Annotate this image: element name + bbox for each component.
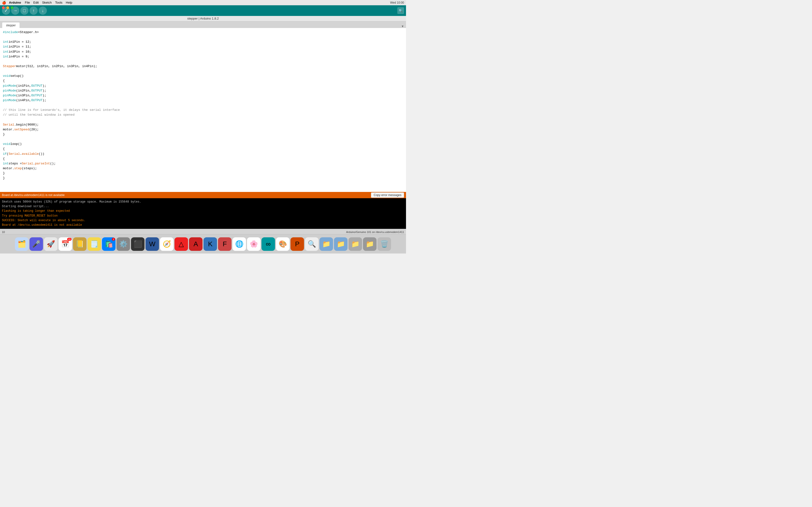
console-line: Sketch uses 50044 bytes (32%) of program… xyxy=(2,200,404,204)
tab-dropdown[interactable]: ▼ xyxy=(401,24,404,28)
dock-icon-magnifier[interactable]: 🔍 xyxy=(305,237,318,251)
console-line: Try pressing MASTER_RESET button xyxy=(2,214,404,218)
code-line xyxy=(3,59,403,64)
error-statusbar: Board at /dev/cu.usbmodem1411 is not ava… xyxy=(0,192,406,198)
dock-icon-folder4[interactable]: 📁 xyxy=(363,237,376,251)
dock-icon-notefile[interactable]: 📒 xyxy=(73,237,87,251)
dock-icon-powerpoint[interactable]: P xyxy=(291,237,304,251)
dock-icon-photos[interactable]: 🌸 xyxy=(247,237,260,251)
menubar: 🍎 Arduino File Edit Sketch Tools Help We… xyxy=(0,0,406,5)
dock-icon-acrobat[interactable]: A xyxy=(189,237,203,251)
dock-icon-freecad[interactable]: F xyxy=(218,237,232,251)
dock-icon-finder[interactable]: 🗂️ xyxy=(15,237,29,251)
app-name[interactable]: Arduino xyxy=(9,1,21,4)
apple-menu[interactable]: 🍎 xyxy=(2,1,6,5)
new-button[interactable]: □ xyxy=(20,6,29,15)
dock-icon-autodesk[interactable]: △ xyxy=(174,237,188,251)
code-line xyxy=(3,118,403,122)
save-button[interactable]: ↓ xyxy=(39,6,47,15)
code-line xyxy=(3,137,403,142)
menu-items: File Edit Sketch Tools Help xyxy=(25,1,72,4)
console-area: Board at /dev/cu.usbmodem1411 is not ava… xyxy=(0,192,406,229)
menu-help[interactable]: Help xyxy=(66,1,72,4)
minimize-button[interactable] xyxy=(6,6,9,9)
console-line: Flashing is taking longer than expected xyxy=(2,209,404,213)
open-button[interactable]: ↑ xyxy=(30,6,38,15)
menubar-time: Wed 10:00 xyxy=(390,1,404,4)
dock-icon-keynote[interactable]: K xyxy=(203,237,217,251)
code-line: { xyxy=(3,78,403,83)
code-line: int in1Pin = 12; xyxy=(3,40,403,44)
copy-error-button[interactable]: Copy error messages xyxy=(371,192,404,198)
board-info: Arduino/Genuino 101 on /dev/cu.usbmodem1… xyxy=(346,231,404,233)
titlebar: stepper | Arduino 1.8.2 xyxy=(0,16,406,21)
tabbar: stepper ▼ xyxy=(0,21,406,28)
code-line: } xyxy=(3,176,403,181)
dock-icon-terminal[interactable]: ⬛ xyxy=(131,237,145,251)
dock-icon-siri[interactable]: 🎤 xyxy=(30,237,43,251)
dock-icon-stickies[interactable]: 🗒️ xyxy=(88,237,101,251)
menu-tools[interactable]: Tools xyxy=(55,1,62,4)
console-line: Board at /dev/cu.usbmodem1411 is not ava… xyxy=(2,223,404,227)
code-line: pinMode(in4Pin, OUTPUT); xyxy=(3,98,403,103)
tab-stepper[interactable]: stepper xyxy=(2,22,20,28)
dock-badge: 1 xyxy=(112,238,115,241)
console-line: SUCCESS: Sketch will execute in about 5 … xyxy=(2,218,404,223)
code-line: // until the terminal window is opened xyxy=(3,113,403,117)
dock-icon-folder3[interactable]: 📁 xyxy=(349,237,362,251)
menubar-right: Wed 10:00 xyxy=(390,1,404,4)
close-button[interactable] xyxy=(2,6,5,9)
search-icon[interactable]: 🔍 xyxy=(397,7,404,14)
code-line: Stepper motor(512, in1Pin, in2Pin, in3Pi… xyxy=(3,64,403,69)
dock-icon-calendar[interactable]: 📅23 xyxy=(58,237,72,251)
code-line xyxy=(3,69,403,74)
dock: 🗂️🎤🚀📅23📒🗒️🛍️1⚙️⬛W🧭△AKF🌐🌸∞🎨P🔍📁📁📁📁🗑️ xyxy=(0,234,406,253)
window-controls xyxy=(2,6,13,9)
code-line xyxy=(3,35,403,40)
dock-badge: 23 xyxy=(67,238,71,241)
menu-sketch[interactable]: Sketch xyxy=(42,1,52,4)
dock-icon-system-prefs[interactable]: ⚙️ xyxy=(116,237,130,251)
menu-file[interactable]: File xyxy=(25,1,30,4)
maximize-button[interactable] xyxy=(11,6,13,9)
code-line: #include <Stepper.h> xyxy=(3,30,403,35)
code-line: pinMode(in3Pin, OUTPUT); xyxy=(3,93,403,98)
dock-icon-appstore[interactable]: 🛍️1 xyxy=(102,237,115,251)
code-line xyxy=(3,103,403,108)
dock-icon-chrome[interactable]: 🌐 xyxy=(233,237,246,251)
error-text: Board at /dev/cu.usbmodem1411 is not ava… xyxy=(2,193,65,197)
line-number: 10 xyxy=(2,231,5,233)
code-line: pinMode(in2Pin, OUTPUT); xyxy=(3,89,403,93)
toolbar: ✓ → □ ↑ ↓ 🔍 xyxy=(0,5,406,16)
dock-icon-arduino[interactable]: ∞ xyxy=(261,237,275,251)
console-output[interactable]: Sketch uses 50044 bytes (32%) of program… xyxy=(0,198,406,229)
code-line: motor.setSpeed(20); xyxy=(3,127,403,132)
dock-icon-folder1[interactable]: 📁 xyxy=(319,237,333,251)
code-line: pinMode(in1Pin, OUTPUT); xyxy=(3,83,403,89)
dock-icon-trash[interactable]: 🗑️ xyxy=(377,237,391,251)
window-title: stepper | Arduino 1.8.2 xyxy=(187,17,219,20)
code-editor[interactable]: #include <Stepper.h> int in1Pin = 12;int… xyxy=(0,28,406,192)
code-line: } xyxy=(3,171,403,176)
menu-edit[interactable]: Edit xyxy=(33,1,39,4)
main-content: ✓ → □ ↑ ↓ 🔍 stepper | Arduino 1.8.2 step… xyxy=(0,5,406,234)
code-line: Serial.begin(9600); xyxy=(3,122,403,127)
code-line: } xyxy=(3,132,403,137)
dock-icon-microsoft-word[interactable]: W xyxy=(146,237,159,251)
code-line: { xyxy=(3,147,403,151)
code-line: int steps = Serial.parseInt(); xyxy=(3,161,403,166)
console-line: Starting download script... xyxy=(2,204,404,209)
code-line: if (Serial.available()) xyxy=(3,152,403,157)
code-line: int in3Pin = 10; xyxy=(3,50,403,54)
dock-icon-launchpad[interactable]: 🚀 xyxy=(44,237,57,251)
code-line: motor.step(steps); xyxy=(3,166,403,171)
line-number-bar: 10 Arduino/Genuino 101 on /dev/cu.usbmod… xyxy=(0,229,406,234)
dock-icon-folder2[interactable]: 📁 xyxy=(334,237,348,251)
dock-icon-safari[interactable]: 🧭 xyxy=(160,237,173,251)
code-line: { xyxy=(3,157,403,161)
code-line: // this line is for Leonardo's, it delay… xyxy=(3,108,403,113)
code-line: void setup() xyxy=(3,74,403,78)
dock-icon-colors[interactable]: 🎨 xyxy=(276,237,290,251)
code-line: void loop() xyxy=(3,142,403,147)
code-line: int in2Pin = 11; xyxy=(3,44,403,49)
